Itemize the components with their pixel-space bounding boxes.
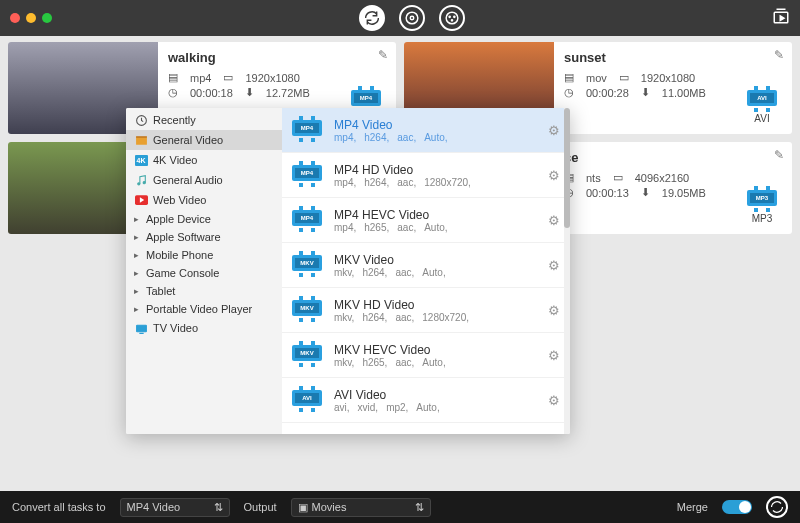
- convert-mode-tab[interactable]: [359, 5, 385, 31]
- sidebar-item-label: Apple Device: [146, 213, 211, 225]
- sidebar-item-label: TV Video: [153, 322, 198, 334]
- svg-rect-18: [754, 108, 758, 112]
- format-icon: MKV: [292, 341, 324, 369]
- sidebar-item-general-video[interactable]: General Video: [126, 130, 282, 150]
- format-icon: MP4: [292, 206, 324, 234]
- sidebar-item-game-console[interactable]: Game Console: [126, 264, 282, 282]
- svg-rect-39: [299, 138, 303, 142]
- svg-rect-26: [754, 208, 758, 212]
- tv-icon: [134, 321, 148, 335]
- format-option[interactable]: MKVMKV Videomkv,h264,aac,Auto,⚙: [282, 243, 570, 288]
- window-traffic-lights: [10, 13, 52, 23]
- svg-point-3: [449, 16, 450, 17]
- format-option[interactable]: AVIAVI Videoavi,xvid,mp2,Auto,⚙: [282, 378, 570, 423]
- svg-rect-44: [299, 161, 303, 165]
- sidebar-item-label: Recently: [153, 114, 196, 126]
- sidebar-item-apple-device[interactable]: Apple Device: [126, 210, 282, 228]
- sidebar-item-tablet[interactable]: Tablet: [126, 282, 282, 300]
- svg-rect-66: [311, 296, 315, 300]
- filesize: 12.72MB: [266, 87, 310, 99]
- general-icon: [134, 133, 148, 147]
- sidebar-item-label: Portable Video Player: [146, 303, 252, 315]
- svg-rect-27: [766, 208, 770, 212]
- sidebar-item-general-audio[interactable]: General Audio: [126, 170, 282, 190]
- disc-mode-tab[interactable]: [399, 5, 425, 31]
- format-icon: MKV: [292, 296, 324, 324]
- media-library-icon[interactable]: [772, 7, 790, 29]
- svg-point-0: [406, 12, 418, 24]
- target-format-button[interactable]: MP3MP3: [742, 187, 782, 224]
- svg-text:AVI: AVI: [757, 95, 767, 101]
- svg-rect-67: [299, 318, 303, 322]
- target-format-button[interactable]: AVIAVI: [742, 87, 782, 124]
- updown-icon: ⇅: [214, 501, 223, 514]
- format-icon: MKV: [292, 251, 324, 279]
- svg-point-31: [137, 182, 139, 184]
- web-icon: [134, 193, 148, 207]
- edit-task-button[interactable]: ✎: [774, 48, 784, 62]
- maximize-window-button[interactable]: [42, 13, 52, 23]
- format-settings-button[interactable]: ⚙: [548, 393, 560, 408]
- svg-rect-74: [299, 363, 303, 367]
- task-title: walking: [168, 50, 386, 65]
- sidebar-item-apple-software[interactable]: Apple Software: [126, 228, 282, 246]
- output-folder-select[interactable]: ▣Movies ⇅: [291, 498, 431, 517]
- svg-text:MKV: MKV: [300, 350, 313, 356]
- sidebar-item-web-video[interactable]: Web Video: [126, 190, 282, 210]
- sidebar-item-label: Mobile Phone: [146, 249, 213, 261]
- format-option[interactable]: MP4MP4 Videomp4,h264,aac,Auto,⚙: [282, 108, 570, 153]
- svg-rect-58: [299, 251, 303, 255]
- sidebar-item-4k-video[interactable]: 4K4K Video: [126, 150, 282, 170]
- format-settings-button[interactable]: ⚙: [548, 123, 560, 138]
- format-settings-button[interactable]: ⚙: [548, 168, 560, 183]
- sidebar-item-portable-video-player[interactable]: Portable Video Player: [126, 300, 282, 318]
- output-value: Movies: [312, 501, 347, 513]
- format-option[interactable]: MP4MP4 HEVC Videomp4,h265,aac,Auto,⚙: [282, 198, 570, 243]
- device-format-icon: AVI: [747, 87, 777, 111]
- start-convert-button[interactable]: [766, 496, 788, 518]
- format-settings-button[interactable]: ⚙: [548, 213, 560, 228]
- format-info: MKV Videomkv,h264,aac,Auto,: [334, 253, 538, 278]
- format-option[interactable]: MKVMKV HD Videomkv,h264,aac,1280x720,⚙: [282, 288, 570, 333]
- svg-rect-75: [311, 363, 315, 367]
- edit-task-button[interactable]: ✎: [774, 148, 784, 162]
- sidebar-item-mobile-phone[interactable]: Mobile Phone: [126, 246, 282, 264]
- sidebar-item-recently[interactable]: Recently: [126, 110, 282, 130]
- minimize-window-button[interactable]: [26, 13, 36, 23]
- media-mode-tab[interactable]: [439, 5, 465, 31]
- sidebar-item-tv-video[interactable]: TV Video: [126, 318, 282, 338]
- edit-task-button[interactable]: ✎: [378, 48, 388, 62]
- format-settings-button[interactable]: ⚙: [548, 303, 560, 318]
- format-specs: mkv,h265,aac,Auto,: [334, 357, 538, 368]
- format-icon: MP4: [292, 161, 324, 189]
- format-option[interactable]: MP4MP4 HD Videomp4,h264,aac,1280x720,⚙: [282, 153, 570, 198]
- svg-rect-51: [299, 206, 303, 210]
- filesize: 19.05MB: [662, 187, 706, 199]
- sidebar-item-label: Apple Software: [146, 231, 221, 243]
- format-specs: mp4,h264,aac,Auto,: [334, 132, 538, 143]
- duration: 00:00:28: [586, 87, 629, 99]
- resolution: 4096x2160: [635, 172, 689, 184]
- svg-rect-81: [299, 408, 303, 412]
- scrollbar-thumb[interactable]: [564, 108, 570, 228]
- svg-rect-16: [754, 86, 758, 90]
- svg-rect-72: [299, 341, 303, 345]
- svg-rect-65: [299, 296, 303, 300]
- convert-all-format-select[interactable]: MP4 Video ⇅: [120, 498, 230, 517]
- svg-rect-38: [311, 116, 315, 120]
- output-label: Output: [244, 501, 277, 513]
- merge-toggle[interactable]: [722, 500, 752, 514]
- format-settings-button[interactable]: ⚙: [548, 348, 560, 363]
- format-name: MKV Video: [334, 253, 538, 267]
- close-window-button[interactable]: [10, 13, 20, 23]
- format-info: MP4 Videomp4,h264,aac,Auto,: [334, 118, 538, 143]
- download-icon: ⬇: [245, 86, 254, 99]
- svg-rect-53: [299, 228, 303, 232]
- duration: 00:00:13: [586, 187, 629, 199]
- format-option[interactable]: MKVMKV HEVC Videomkv,h265,aac,Auto,⚙: [282, 333, 570, 378]
- svg-rect-25: [766, 186, 770, 190]
- svg-rect-80: [311, 386, 315, 390]
- svg-rect-10: [370, 86, 374, 90]
- format-settings-button[interactable]: ⚙: [548, 258, 560, 273]
- sidebar-item-label: Web Video: [153, 194, 206, 206]
